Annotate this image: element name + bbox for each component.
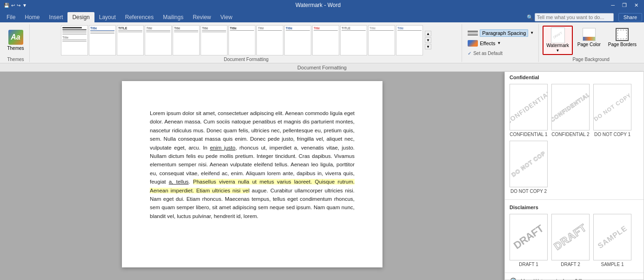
format-thumb-10[interactable]: Title [312, 25, 339, 55]
document-page: Lorem ipsum dolor sit amet, consectetuer… [122, 81, 382, 267]
watermark-dropdown-icon: ▼ [556, 48, 560, 53]
page-color-label: Page Color [577, 42, 601, 48]
tell-me-input[interactable] [535, 13, 614, 21]
ribbon: Aa Themes Themes Title [0, 22, 644, 63]
page-color-button[interactable]: Page Color [575, 26, 604, 55]
wm-label-conf1: CONFIDENTIAL 1 [510, 132, 547, 137]
close-btn[interactable]: ✕ [632, 2, 640, 8]
tab-review[interactable]: Review [188, 12, 215, 22]
format-thumb-13[interactable]: Title [396, 25, 423, 55]
format-thumb-2[interactable]: Title [89, 25, 116, 55]
paragraph-spacing-button[interactable]: Paragraph Spacing ▼ [466, 28, 536, 38]
watermark-button[interactable]: DRAFT Watermark ▼ [543, 26, 573, 55]
set-default-button[interactable]: ✓ Set as Default [466, 49, 536, 58]
tab-references[interactable]: References [121, 12, 158, 22]
quick-access-toolbar: 💾 ↩ ↪ ▼ [4, 3, 27, 8]
page-borders-button[interactable]: Page Borders [605, 26, 639, 55]
format-thumb-3[interactable]: TITLE [117, 25, 144, 55]
watermark-draft-1[interactable]: DRAFT DRAFT 1 [510, 214, 548, 267]
effects-button[interactable]: Effects ▼ [466, 39, 536, 48]
wm-label-draft2: DRAFT 2 [561, 262, 580, 267]
main-area: Lorem ipsum dolor sit amet, consectetuer… [0, 72, 644, 280]
format-thumb-9[interactable]: Title [284, 25, 311, 55]
wm-thumb-dnc1: DO NOT COPY [593, 84, 631, 130]
scroll-down-arrow[interactable]: ▼ [425, 37, 431, 43]
confidential-grid-2: DO NOT COP DO NOT COPY 2 [505, 141, 644, 198]
doc-format-group-label: Document Formatting [224, 56, 268, 62]
page-background-group: DRAFT Watermark ▼ Page Color [540, 24, 642, 62]
colors-fonts-stack: Paragraph Spacing ▼ Effects ▼ ✓ Set as D… [466, 28, 536, 58]
restore-btn[interactable]: ❐ [620, 2, 629, 8]
wm-label-draft1: DRAFT 1 [519, 262, 538, 267]
share-button[interactable]: Share [618, 13, 642, 21]
watermark-do-not-copy-1[interactable]: DO NOT COPY DO NOT COPY 1 [593, 84, 631, 137]
themes-button[interactable]: Aa Themes [5, 29, 26, 52]
format-thumb-6[interactable]: Title [201, 25, 228, 55]
watermark-draft-2[interactable]: DRAFT DRAFT 2 [551, 214, 590, 267]
page-borders-icon [615, 27, 630, 42]
document-formatting-bar: Document Formatting [0, 63, 644, 72]
title-bar: 💾 ↩ ↪ ▼ Watermark - Word ─ ❐ ✕ [0, 0, 644, 10]
document-canvas: Lorem ipsum dolor sit amet, consectetuer… [0, 72, 504, 280]
tab-design[interactable]: Design [67, 12, 94, 22]
format-thumb-8[interactable]: Title [256, 25, 283, 55]
watermark-confidential-1[interactable]: CONFIDENTIAL CONFIDENTIAL 1 [510, 84, 548, 137]
tab-mailings[interactable]: Mailings [158, 12, 188, 22]
themes-icon: Aa [8, 30, 23, 45]
watermark-do-not-copy-2[interactable]: DO NOT COP DO NOT COPY 2 [510, 141, 548, 194]
undo-quick-btn[interactable]: ↩ [11, 3, 15, 8]
tab-view[interactable]: View [216, 12, 237, 22]
format-thumb-12[interactable]: Title [368, 25, 395, 55]
colors-fonts-group: Paragraph Spacing ▼ Effects ▼ ✓ Set as D… [463, 24, 539, 62]
wm-divider-2 [505, 273, 644, 273]
minimize-btn[interactable]: ─ [609, 2, 617, 8]
wm-label-conf2: CONFIDENTIAL 2 [551, 132, 589, 137]
themes-group-label: Themes [7, 56, 24, 62]
set-default-label: Set as Default [473, 51, 503, 56]
window-title: Watermark - Word [295, 2, 341, 8]
format-thumb-5[interactable]: Title [173, 25, 200, 55]
watermark-panel: Confidential CONFIDENTIAL CONFIDENTIAL 1… [504, 72, 644, 280]
page-borders-label: Page Borders [608, 42, 637, 48]
watermark-icon: DRAFT [550, 28, 565, 43]
disclaimers-grid: DRAFT DRAFT 1 DRAFT DRAFT 2 SAMPLE SAMPL… [505, 212, 644, 271]
tab-home[interactable]: Home [20, 12, 44, 22]
document-formatting-group: Title Title TITLE [31, 24, 462, 62]
format-thumb-1[interactable]: Title [61, 25, 88, 55]
more-watermarks-icon: 🌐 [510, 277, 517, 280]
tab-layout[interactable]: Layout [94, 12, 121, 22]
page-color-icon [582, 27, 597, 42]
format-thumb-4[interactable]: Title [145, 25, 172, 55]
doc-format-scroll-arrows: ▲ ▼ ▼ [425, 31, 431, 49]
page-bg-content: DRAFT Watermark ▼ Page Color [543, 24, 639, 56]
wm-thumb-sample1: SAMPLE [593, 214, 631, 260]
format-thumb-11[interactable]: TITLE [340, 25, 367, 55]
page-bg-group-label: Page Background [572, 56, 610, 62]
doc-format-bar-label: Document Formatting [297, 65, 347, 70]
watermark-label: Watermark [546, 43, 569, 48]
watermark-sample-1[interactable]: SAMPLE SAMPLE 1 [593, 214, 631, 267]
watermark-confidential-2[interactable]: CONFIDENTIAL CONFIDENTIAL 2 [551, 84, 590, 137]
doc-format-scroll: Title Title TITLE [61, 24, 423, 56]
confidential-grid: CONFIDENTIAL CONFIDENTIAL 1 CONFIDENTIAL… [505, 82, 644, 141]
tab-file[interactable]: File [2, 12, 20, 22]
wm-thumb-draft2: DRAFT [551, 214, 590, 260]
disclaimers-section-label: Disclaimers [505, 202, 644, 212]
page-tools-row: DRAFT Watermark ▼ Page Color [543, 26, 639, 55]
redo-quick-btn[interactable]: ↪ [17, 3, 20, 8]
ribbon-tabs: File Home Insert Design Layout Reference… [0, 10, 644, 22]
customize-quick-btn[interactable]: ▼ [22, 3, 27, 8]
themes-label: Themes [7, 46, 24, 51]
themes-group-content: Aa Themes [5, 24, 26, 56]
wm-thumb-dnc2: DO NOT COP [510, 141, 548, 187]
more-watermarks-item[interactable]: 🌐 More Watermarks from Office.com ▶ [505, 275, 644, 280]
title-bar-right: ─ ❐ ✕ [609, 2, 640, 8]
format-thumb-7[interactable]: Title [228, 25, 255, 55]
wm-label-dnc1: DO NOT COPY 1 [594, 132, 631, 137]
scroll-more-arrow[interactable]: ▼ [425, 44, 431, 49]
wm-thumb-draft1: DRAFT [510, 214, 548, 260]
tab-insert[interactable]: Insert [44, 12, 67, 22]
save-quick-btn[interactable]: 💾 [4, 3, 9, 8]
scroll-up-arrow[interactable]: ▲ [425, 31, 431, 36]
paragraph-spacing-dropdown-icon: ▼ [530, 31, 534, 35]
